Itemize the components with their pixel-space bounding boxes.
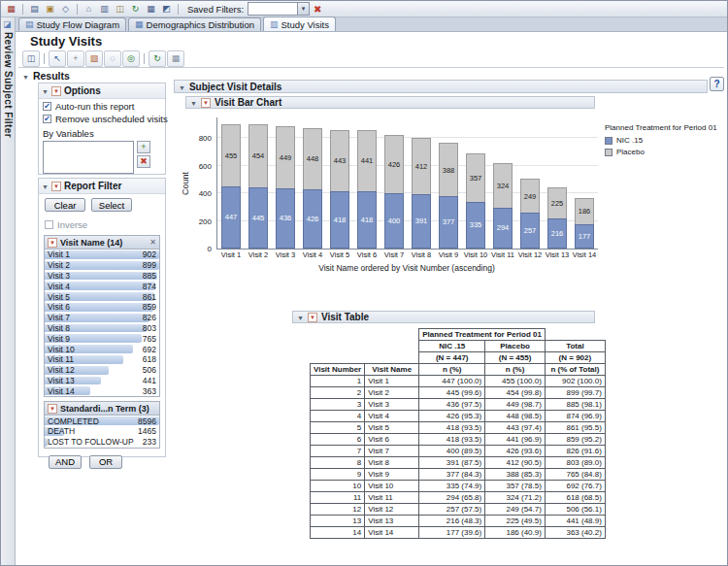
tab-study-visits[interactable]: ▥Study Visits [263,17,336,31]
refresh-icon[interactable]: ↻ [128,2,143,16]
visit-table-row[interactable]: 3Visit 3436 (97.5)449 (98.7)885 (98.1) [311,399,606,411]
filter-item[interactable]: Visit 1902 [45,250,159,260]
nic-segment[interactable]: 447 [221,186,241,249]
save-icon[interactable]: ◇ [58,2,73,16]
visit-table-row[interactable]: 1Visit 1447 (100.0)455 (100.0)902 (100.0… [311,376,606,387]
visit-bar-chart-header[interactable]: Visit Bar Chart [185,96,595,109]
stacked-bar[interactable]: 443418 [330,130,349,249]
filter-item[interactable]: Visit 5861 [45,291,159,302]
nic-segment[interactable]: 216 [547,218,567,249]
stacked-bar[interactable]: 454445 [248,124,268,249]
filter-item[interactable]: LOST TO FOLLOW-UP233 [45,437,159,448]
filter-icon[interactable]: ◩ [159,2,174,16]
results-outline[interactable]: Results [22,70,70,82]
brush-tool-icon[interactable]: ▧ [85,50,103,67]
visit-table-row[interactable]: 5Visit 5418 (93.5)443 (97.4)861 (95.5) [311,422,606,434]
nic-segment[interactable]: 257 [520,213,540,249]
add-variable-button[interactable]: + [137,141,150,153]
filter-item[interactable]: DEATH1465 [45,426,159,437]
window-icon[interactable]: ◫ [22,50,40,67]
legend-item[interactable]: Placebo [605,148,717,156]
filter-item[interactable]: COMPLETED8596 [45,416,159,426]
stacked-bar[interactable]: 412391 [412,138,431,249]
clear-saved-filter-button[interactable]: ✖ [314,4,321,15]
and-button[interactable]: AND [49,455,82,469]
collapse-triangle-icon[interactable] [190,97,197,108]
collapse-triangle-icon[interactable] [179,82,185,92]
nic-segment[interactable]: 377 [439,196,458,249]
reports-icon[interactable]: ▥ [97,2,112,16]
visit-table-row[interactable]: 13Visit 13216 (48.3)225 (49.5)441 (48.9) [311,516,606,527]
stacked-bar[interactable]: 448426 [303,128,322,249]
stacked-bar[interactable]: 441418 [357,130,377,249]
data-view-icon[interactable]: ▦ [167,50,184,67]
nic-segment[interactable]: 418 [330,191,349,249]
placebo-segment[interactable]: 448 [303,128,322,190]
visit-table-row[interactable]: 2Visit 2445 (99.6)454 (99.8)899 (99.7) [311,387,606,399]
filter-item[interactable]: Visit 3885 [45,271,159,282]
or-button[interactable]: OR [89,455,122,469]
options-menu-icon[interactable] [51,86,61,96]
filter-item[interactable]: Visit 8803 [45,323,159,334]
stacked-bar[interactable]: 324294 [493,163,513,249]
stacked-bar[interactable]: 449436 [276,126,295,249]
nic-segment[interactable]: 436 [276,188,295,249]
inverse-checkbox[interactable] [45,220,53,229]
remove-variable-button[interactable]: ✖ [137,155,150,168]
checkbox[interactable] [43,115,51,123]
chevron-down-icon[interactable]: ▾ [297,3,309,15]
visit-table-row[interactable]: 10Visit 10335 (74.9)357 (78.5)692 (76.7) [311,481,606,492]
filter-item[interactable]: Visit 4874 [45,281,159,291]
option-row[interactable]: Remove unscheduled visits [39,112,165,124]
app-menu-icon[interactable]: ▦ [4,2,18,16]
tab-demographics-distribution[interactable]: ▦Demographics Distribution [128,17,261,31]
stacked-bar[interactable]: 388377 [439,143,458,249]
placebo-segment[interactable]: 441 [357,130,377,191]
checkbox[interactable] [43,102,51,111]
visit-table-row[interactable]: 6Visit 6418 (93.5)441 (96.9)859 (95.2) [311,434,606,446]
filter-item[interactable]: Visit 2899 [45,260,159,271]
filter-item[interactable]: Visit 14363 [45,385,159,396]
stacked-bar[interactable]: 357335 [466,153,485,249]
review-subject-filter-panel[interactable]: ◪ Review Subject Filter [1,17,16,566]
stacked-bar[interactable]: 249257 [520,179,540,249]
visit-table-row[interactable]: 4Visit 4426 (95.3)448 (98.5)874 (96.9) [311,411,606,422]
clear-button[interactable]: Clear [45,198,85,212]
nic-segment[interactable]: 418 [357,191,377,249]
placebo-segment[interactable]: 249 [520,179,540,213]
new-data-table-icon[interactable]: ▤ [27,2,42,16]
rerun-icon[interactable]: ↻ [149,50,166,67]
nic-segment[interactable]: 426 [303,189,322,249]
visit-table-header[interactable]: Visit Table [292,311,595,323]
nic-segment[interactable]: 294 [493,208,513,249]
zoom-tool-icon[interactable]: ◎ [122,50,140,67]
filter-item[interactable]: Visit 11618 [45,354,159,365]
pointer-tool-icon[interactable]: ↖ [49,50,66,67]
stacked-bar[interactable]: 426400 [384,135,404,249]
stacked-bar[interactable]: 225216 [547,187,567,249]
placebo-segment[interactable]: 186 [575,198,594,223]
by-variables-listbox[interactable] [43,141,134,174]
help-button[interactable]: ? [710,77,724,91]
placebo-segment[interactable]: 357 [466,153,485,203]
filter-menu-icon[interactable] [48,238,57,248]
visit-table-row[interactable]: 11Visit 11294 (65.8)324 (71.2)618 (68.5) [311,492,606,504]
placebo-segment[interactable]: 388 [439,143,458,196]
filter-item[interactable]: Visit 10692 [45,344,159,354]
placebo-segment[interactable]: 412 [412,138,431,195]
placebo-segment[interactable]: 324 [493,163,513,208]
collapse-triangle-icon[interactable] [297,312,304,322]
visit-table-row[interactable]: 14Visit 14177 (39.6)186 (40.9)363 (40.2) [311,527,606,539]
visit-table-row[interactable]: 8Visit 8391 (87.5)412 (90.5)803 (89.0) [311,457,606,469]
filter-item[interactable]: Visit 12506 [45,365,159,376]
saved-filters-combo[interactable]: ▾ [248,2,310,16]
nic-segment[interactable]: 391 [412,194,431,249]
close-icon[interactable] [149,239,156,247]
visit-table-row[interactable]: 12Visit 12257 (57.5)249 (54.7)506 (56.1) [311,504,606,516]
filter-item[interactable]: Visit 6859 [45,302,159,313]
visit-table-row[interactable]: 7Visit 7400 (89.5)426 (93.6)826 (91.6) [311,446,606,457]
placebo-segment[interactable]: 455 [221,124,241,187]
subject-visit-details-header[interactable]: Subject Visit Details [174,80,708,93]
select-button[interactable]: Select [91,198,132,212]
studies-icon[interactable]: ⌂ [82,2,96,16]
